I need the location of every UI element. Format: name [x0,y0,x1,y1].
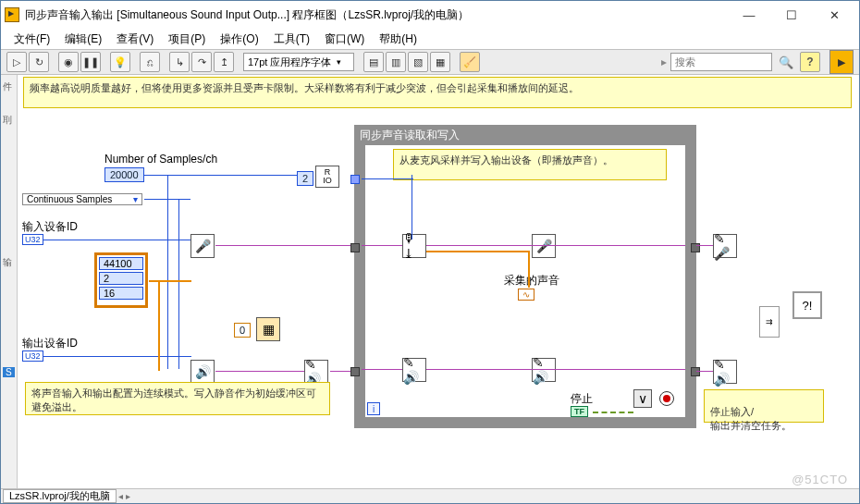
tunnel-in-task [350,243,360,252]
window-title: 同步声音输入输出 [Simultaneous Sound Input Outp.… [25,7,728,23]
block-diagram[interactable]: 件 刵 输 S 频率越高说明质量越好，但将使用更多资源并且受声卡限制。大采样数将… [1,75,859,503]
step-into-button[interactable]: ↳ [169,52,190,72]
step-over-button[interactable]: ↷ [191,52,212,72]
note-end-text: 停止输入/ 输出并清空任务。 [710,406,792,431]
init-array-node[interactable]: ▦ [256,317,280,341]
window-controls: — ☐ ✕ [728,2,855,28]
distribute-button[interactable]: ▥ [386,52,406,72]
sample-mode-ring[interactable]: Continuous Samples ▾ [22,193,142,205]
font-selector[interactable]: 17pt 应用程序字体 [243,53,354,71]
sound-wire-mid-node[interactable]: 🎤 [532,234,556,258]
captured-label: 采集的声音 [504,273,559,289]
menu-window[interactable]: 窗口(W) [319,30,370,49]
search-icon: ▸ [661,55,667,68]
cleanup-button[interactable]: 🧹 [460,52,480,72]
sound-output-write-loop2[interactable]: ✎🔊 [532,358,556,382]
tab-overflow-icon[interactable]: ◂ ▸ [118,491,130,501]
note-top-text: 频率越高说明质量越好，但将使用更多资源并且受声卡限制。大采样数将有利于减少突波，… [30,82,579,93]
resource-io-node[interactable]: R IO [315,166,339,188]
left-gutter: 件 刵 输 S [1,75,18,503]
app-window: 同步声音输入输出 [Simultaneous Sound Input Outp.… [0,0,860,504]
loop-stop-button[interactable] [659,391,674,406]
menu-help[interactable]: 帮助(H) [374,30,423,49]
sound-input-configure-node[interactable]: 🎤 [190,234,215,258]
left-gutter-a: 件 [3,80,12,93]
note-loop: 从麦克风采样并写入输出设备（即播放声音）。 [393,149,667,180]
sound-output-write-loop1[interactable]: ✎🔊 [402,358,426,382]
while-loop-label: 同步声音读取和写入 [354,125,696,145]
while-loop[interactable]: 同步声音读取和写入 从麦克风采样并写入输出设备（即播放声音）。 🎙⤓ 🎤 ✎🔊 … [354,125,696,428]
sound-output-clear-node[interactable]: ✎🔊 [713,360,737,384]
tunnel-out-task [350,367,360,376]
note-loop-text: 从麦克风采样并写入输出设备（即播放声音）。 [399,154,613,166]
close-button[interactable]: ✕ [813,2,855,28]
stop-terminal[interactable]: TF [571,406,588,417]
note-end: 停止输入/ 输出并清空任务。 [704,389,824,423]
iteration-terminal: i [367,402,380,415]
toolbar: ▷ ↻ ◉ ❚❚ 💡 ⎌ ↳ ↷ ↥ 17pt 应用程序字体 ▤ ▥ ▧ ▦ 🧹… [1,49,859,75]
left-gutter-c: 输 [3,256,12,269]
sound-input-clear-node[interactable]: ✎🎤 [713,234,737,258]
zero-constant[interactable]: 0 [234,323,251,338]
menu-file[interactable]: 文件(F) [8,30,55,49]
sound-output-configure-node[interactable]: 🔊 [190,360,215,384]
tunnel-out-out-task [691,367,700,376]
maximize-button[interactable]: ☐ [770,2,813,28]
sound-input-read-node[interactable]: 🎙⤓ [402,234,426,258]
left-gutter-d: S [3,367,15,377]
merge-errors-node[interactable]: ⇉ [759,306,780,338]
input-device-label: 输入设备ID [22,219,78,235]
sample-rate[interactable]: 44100 [99,257,143,270]
project-path-tab[interactable]: LzsSR.lvproj/我的电脑 [3,489,117,503]
sample-mode-text: Continuous Samples [27,194,112,204]
output-device-label: 输出设备ID [22,336,78,351]
vi-connector-icon[interactable] [829,50,854,74]
menu-project[interactable]: 项目(P) [163,30,211,49]
tunnel-samples [350,175,360,184]
search-input[interactable] [670,53,772,71]
resize-button[interactable]: ▧ [408,52,428,72]
note-setup-text: 将声音输入和输出配置为连续模式。写入静音作为初始缓冲区可避免溢出。 [31,387,316,412]
bits-per-sample[interactable]: 16 [99,287,143,300]
sound-output-write-init-node[interactable]: ✎🔊 [304,360,328,384]
bottom-scrollbar[interactable]: LzsSR.lvproj/我的电脑 ◂ ▸ [1,488,859,503]
samples-value[interactable]: 20000 [104,167,144,182]
left-gutter-b: 刵 [3,114,12,127]
watermark: @51CTO [792,473,848,486]
align-button[interactable]: ▤ [363,52,384,72]
captured-sound-indicator[interactable]: ∿ [518,289,534,301]
menu-operate[interactable]: 操作(O) [215,30,264,49]
retain-wire-button[interactable]: ⎌ [140,52,160,72]
abort-button[interactable]: ◉ [58,52,79,72]
note-top: 频率越高说明质量越好，但将使用更多资源并且受声卡限制。大采样数将有利于减少突波，… [23,77,852,108]
samples-label: Number of Samples/ch [104,153,217,166]
two-constant[interactable]: 2 [297,171,313,186]
run-button[interactable]: ▷ [6,52,27,72]
note-setup: 将声音输入和输出配置为连续模式。写入静音作为初始缓冲区可避免溢出。 [25,382,330,415]
pause-button[interactable]: ❚❚ [80,52,101,72]
num-channels[interactable]: 2 [99,272,143,285]
vi-icon [5,7,19,22]
highlight-exec-button[interactable]: 💡 [110,52,130,72]
step-out-button[interactable]: ↥ [214,52,234,72]
search-go-icon[interactable]: 🔍 [776,52,796,72]
minimize-button[interactable]: — [728,2,770,28]
menu-view[interactable]: 查看(V) [111,30,159,49]
sound-format-cluster[interactable]: 44100 2 16 [94,252,148,308]
context-help-button[interactable]: ? [800,52,820,72]
run-continuous-button[interactable]: ↻ [29,52,49,72]
title-bar: 同步声音输入输出 [Simultaneous Sound Input Outp.… [1,1,859,29]
or-node[interactable]: ∨ [633,389,652,408]
output-device-terminal[interactable]: U32 [22,350,43,362]
error-out-indicator[interactable]: ?! [792,291,822,319]
menu-tools[interactable]: 工具(T) [268,30,315,49]
menu-bar: 文件(F) 编辑(E) 查看(V) 项目(P) 操作(O) 工具(T) 窗口(W… [1,29,859,49]
reorder-button[interactable]: ▦ [430,52,450,72]
menu-edit[interactable]: 编辑(E) [59,30,107,49]
input-device-terminal[interactable]: U32 [22,234,43,245]
stop-label: 停止 [571,391,593,407]
